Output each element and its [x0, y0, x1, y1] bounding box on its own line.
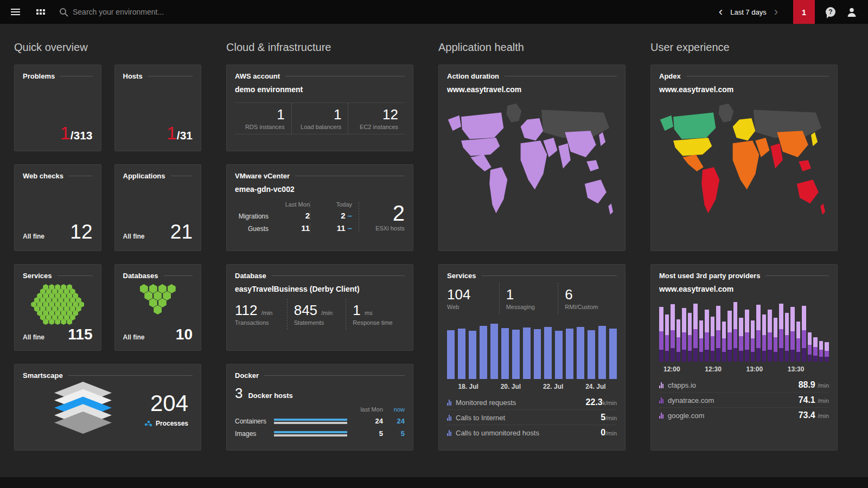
- row-label-images: Images: [235, 430, 274, 438]
- tile-database[interactable]: Database easyTravelBusiness (Derby Clien…: [226, 264, 413, 351]
- tile-title: Smartscape: [23, 371, 63, 380]
- user-icon[interactable]: [846, 7, 857, 17]
- databases-hex-map: [123, 284, 193, 314]
- tile-title: Problems: [23, 72, 55, 80]
- dashboards-icon[interactable]: [36, 9, 45, 15]
- tile-databases[interactable]: Databases All fine 10: [114, 264, 202, 351]
- legend-row: Monitored requests 22.3k/min: [447, 395, 617, 409]
- region-east-asia: [565, 131, 596, 157]
- region-new-zealand: [820, 203, 825, 215]
- title-rule: [171, 176, 193, 176]
- containers-bar: [274, 419, 355, 424]
- tile-apdex[interactable]: Apdex www.easytravel.com: [650, 65, 838, 251]
- row-label-containers: Containers: [235, 418, 274, 425]
- vmware-stats: Last Mon Today Migrations 2 2 – Guests 1…: [235, 201, 405, 233]
- region-japan: [811, 132, 818, 146]
- hosts-total-count: /31: [177, 129, 193, 142]
- database-name: easyTravelBusiness (Derby Client): [235, 285, 405, 293]
- services-stats: 104 Web 1 Messaging 6 RMI/Custom: [447, 283, 617, 314]
- tile-problems[interactable]: Problems 1 /313: [14, 65, 101, 151]
- world-map-svg: [447, 101, 617, 227]
- tile-services[interactable]: Services All fine 115: [14, 264, 101, 351]
- problems-open-count: 1: [60, 123, 71, 144]
- title-rule: [60, 76, 92, 76]
- tile-docker[interactable]: Docker 3 Docker hosts last Mon now Conta…: [226, 364, 413, 451]
- tile-vmware-vcenter[interactable]: VMware vCenter emea-gdn-vc002 Last Mon T…: [226, 164, 413, 251]
- world-map-svg: [659, 101, 829, 227]
- legend-row: Calls to unmonitored hosts 0/min: [447, 425, 617, 440]
- chevron-left-icon[interactable]: ‹: [713, 6, 728, 18]
- column-title: Application health: [438, 41, 626, 54]
- tile-3rd-party-providers[interactable]: Most used 3rd party providers www.easytr…: [650, 264, 838, 451]
- images-last-mon: 5: [355, 429, 383, 438]
- bar-chart-icon: [447, 415, 451, 421]
- time-range-label[interactable]: Last 7 days: [728, 8, 769, 16]
- tile-title: Web checks: [23, 172, 63, 180]
- dashboard: Quick overview Problems 1 /313 Hosts: [0, 24, 868, 451]
- tile-smartscape[interactable]: Smartscape 204: [14, 364, 201, 451]
- bar-chart-icon: [659, 397, 663, 403]
- hosts-problem-count: 1: [167, 123, 177, 144]
- tile-web-checks[interactable]: Web checks All fine 12: [14, 164, 101, 251]
- applications-count: 21: [170, 221, 193, 243]
- region-india: [770, 143, 783, 168]
- apdex-world-map[interactable]: [659, 101, 829, 243]
- menu-icon[interactable]: [8, 5, 23, 18]
- requests-bar-chart: [447, 322, 617, 379]
- esxi-hosts-stat: 2 ESXi hosts: [359, 202, 405, 232]
- bar-chart-icon: [447, 430, 451, 436]
- title-rule: [686, 76, 829, 76]
- docker-hosts-count: 3: [235, 385, 242, 402]
- services-hex-map: [23, 284, 93, 325]
- search-input[interactable]: [73, 8, 301, 16]
- chart-x-axis: 18. Jul 20. Jul 22. Jul 24. Jul: [447, 383, 617, 390]
- scrollbar-track[interactable]: [0, 477, 868, 488]
- esxi-hosts-label: ESXi hosts: [375, 225, 405, 232]
- vcenter-name: emea-gdn-vc002: [235, 185, 405, 194]
- chart-x-axis: 12:00 12:30 13:00 13:30: [659, 365, 829, 373]
- tile-hosts[interactable]: Hosts 1 /31: [114, 65, 202, 151]
- legend-row: cfapps.io 88.9 /min: [659, 377, 829, 392]
- smartscape-layers-icon: [23, 382, 144, 436]
- row-label-migrations: Migrations: [235, 213, 274, 220]
- stat-rmi-custom: 6 RMI/Custom: [558, 283, 617, 314]
- region-europe: [521, 118, 544, 140]
- region-india: [558, 143, 571, 168]
- trend-flat-icon: –: [348, 211, 352, 220]
- tile-title: Docker: [235, 371, 259, 380]
- title-rule: [69, 176, 93, 176]
- tile-applications[interactable]: Applications All fine 21: [114, 164, 202, 251]
- region-canada: [461, 113, 503, 139]
- region-greenland: [507, 104, 522, 123]
- region-mexico: [470, 155, 491, 171]
- region-east-asia: [777, 131, 808, 157]
- status-label: All fine: [23, 233, 44, 240]
- tile-services-chart[interactable]: Services 104 Web 1 Messaging 6 RMI/Custo…: [438, 264, 626, 451]
- title-rule: [295, 176, 405, 176]
- tile-title: Action duration: [447, 72, 499, 80]
- tile-action-duration[interactable]: Action duration www.easytravel.com: [438, 65, 626, 251]
- status-label: All fine: [23, 333, 44, 341]
- action-duration-world-map[interactable]: [447, 101, 617, 243]
- region-australia: [585, 179, 607, 203]
- legend-row: Calls to Internet 5/min: [447, 409, 617, 425]
- stat-rds: 1 RDS instances: [235, 103, 291, 134]
- tile-title: Services: [23, 272, 52, 280]
- web-checks-count: 12: [70, 221, 92, 243]
- providers-legend: cfapps.io 88.9 /min dynatrace.com 74.1 /…: [659, 377, 829, 422]
- chevron-right-icon[interactable]: ›: [769, 6, 783, 18]
- legend-row: dynatrace.com 74.1 /min: [659, 392, 829, 407]
- column-quick-overview: Quick overview Problems 1 /313 Hosts: [14, 37, 201, 451]
- services-legend: Monitored requests 22.3k/min Calls to In…: [447, 395, 617, 440]
- row-label-guests: Guests: [235, 225, 274, 233]
- services-count: 115: [68, 326, 92, 343]
- aws-stats: 1 RDS instances 1 Load balancers 12 EC2 …: [235, 102, 405, 134]
- status-label: All fine: [123, 333, 145, 341]
- providers-stacked-chart: [659, 301, 829, 362]
- processes-label: Processes: [156, 420, 188, 427]
- tile-aws-account[interactable]: AWS account demo environment 1 RDS insta…: [226, 65, 413, 151]
- problems-badge[interactable]: 1: [793, 0, 815, 24]
- help-icon[interactable]: ?: [826, 7, 835, 17]
- region-alaska: [660, 115, 673, 131]
- bar-chart-icon: [659, 382, 663, 388]
